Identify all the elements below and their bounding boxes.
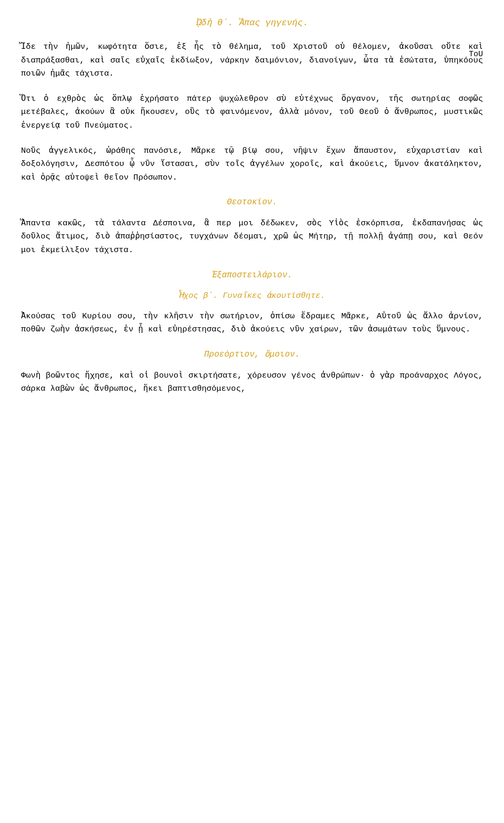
exaposteilarion-header: Ἐξαποστειλάριον. xyxy=(21,269,483,283)
page-title: ᾨδὴ θ΄. Ἅπας γηγενής. xyxy=(21,16,483,30)
page-content: ᾨδὴ θ΄. Ἅπας γηγενής. Ἴδε τὴν ἡμῶν, κωφό… xyxy=(21,16,483,396)
top-right-label: ToU xyxy=(469,48,483,61)
echos-header: Ἦχος β΄. Γυναῖκες ἀκουτίσθητε. xyxy=(21,289,483,303)
proéortion-text: Φωνὴ βοῶντος ἤχησε, καὶ οἱ βουνοὶ σκιρτή… xyxy=(21,369,483,396)
page-wrapper: ToU ᾨδὴ θ΄. Ἅπας γηγενής. Ἴδε τὴν ἡμῶν, … xyxy=(21,16,483,396)
paragraph-1: Ἴδε τὴν ἡμῶν, κωφότητα ὅσιε, ἐξ ἧς τὸ θέ… xyxy=(21,40,483,81)
paragraph-3: Νοῦς ἀγγελικός, ὡράθης πανόσιε, Μᾶρκε τῷ… xyxy=(21,144,483,185)
echos-text: Ἀκούσας τοῦ Κυρίου σου, τὴν κλῆσιν τὴν σ… xyxy=(21,310,483,337)
theotokion-text: Ἅπαντα κακῶς, τὰ τάλαντα Δέσποινα, ἃ περ… xyxy=(21,217,483,257)
theotokion-header: Θεοτοκίον. xyxy=(21,196,483,210)
paragraph-2: Ὅτι ὁ εχθρὸς ὡς ὅπλῳ ἐχρήσατο πάτερ ψυχώ… xyxy=(21,92,483,133)
proéortion-header: Προεόρτιον, ὅμοιον. xyxy=(21,348,483,362)
